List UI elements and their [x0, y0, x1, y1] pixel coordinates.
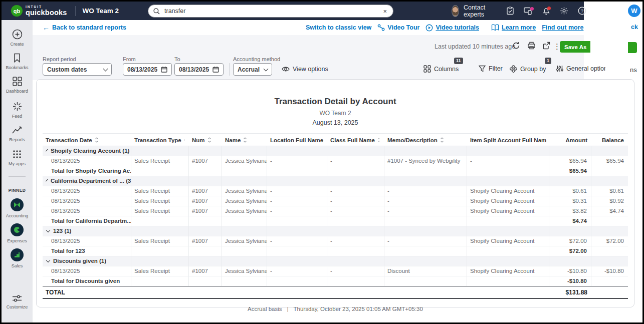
sidebar-item-expenses[interactable]: Expenses [2, 223, 33, 243]
contact-experts-link[interactable]: Contact experts [464, 4, 490, 18]
table-row-group[interactable]: Shopify Clearing Account (1) [43, 146, 628, 156]
back-link-label: Back to standard reports [52, 24, 126, 31]
video-tour-link[interactable]: Video Tour [377, 24, 419, 31]
table-row-group[interactable]: California Department of ... (3) [43, 176, 628, 186]
accounting-method-select[interactable]: Accrual [233, 63, 272, 76]
table-cell [222, 286, 267, 299]
find-out-more-link[interactable]: Find out more [542, 24, 583, 31]
sidebar-item-accounting[interactable]: Accounting [2, 198, 33, 218]
to-date-input[interactable]: 08/13/2025 [174, 63, 224, 76]
save-as-button[interactable]: Save As [560, 41, 590, 53]
group-by-button[interactable]: Group by [510, 65, 546, 73]
table-cell [327, 286, 384, 299]
learn-more-link[interactable]: Learn more [491, 24, 536, 31]
column-header[interactable]: Location Full Name [267, 133, 327, 146]
group-label[interactable]: Discounts given (1) [46, 258, 127, 264]
table-cell [131, 276, 189, 286]
table-cell [549, 146, 591, 156]
general-options-button[interactable]: General options [556, 65, 605, 72]
expert-avatar[interactable] [452, 5, 459, 17]
table-row-grand: TOTAL$131.88 [43, 286, 628, 299]
column-header[interactable]: Num [189, 133, 222, 146]
group-label[interactable]: California Department of ... (3) [46, 178, 127, 184]
column-header[interactable]: Class Full Name [327, 133, 384, 146]
table-cell [467, 226, 549, 236]
table-cell [131, 286, 189, 299]
table-row-total: Total for California Departm...$4.74 [43, 216, 628, 226]
sidebar-item-reports[interactable]: Reports [2, 125, 33, 142]
table-row-detail[interactable]: 08/13/2025Sales Receipt#1007Jessica Sylv… [43, 186, 628, 196]
save-button-fragment[interactable] [628, 42, 637, 53]
quickbooks-logo-icon[interactable]: qb [11, 5, 23, 17]
column-header[interactable]: Memo/Description [384, 133, 467, 146]
table-cell: - [267, 206, 327, 216]
group-label[interactable]: 123 (1) [46, 228, 127, 234]
link-label: Find out more [542, 24, 583, 31]
table-cell: - [327, 266, 384, 276]
help-icon[interactable]: ? [578, 7, 586, 15]
table-cell: Discounts given (1) [43, 256, 131, 266]
settings-gear-icon[interactable] [560, 7, 568, 15]
table-cell [467, 216, 549, 226]
table-cell: - [384, 206, 467, 216]
column-header[interactable]: Name [222, 133, 267, 146]
group-label[interactable]: Shopify Clearing Account (1) [46, 148, 127, 154]
global-search[interactable]: × [148, 5, 393, 18]
topbar-right-cluster: Contact experts ? [452, 2, 586, 20]
report-period-select[interactable]: Custom dates [43, 63, 112, 76]
search-input[interactable] [163, 7, 382, 15]
notifications-bell-icon[interactable] [542, 7, 550, 15]
transactions-table: Transaction DateTransaction TypeNumNameL… [43, 133, 628, 299]
table-cell [222, 276, 267, 286]
table-cell [267, 286, 327, 299]
from-date-input[interactable]: 08/13/2025 [123, 63, 172, 76]
refresh-icon[interactable] [512, 42, 520, 50]
table-row-detail[interactable]: 08/13/2025Sales Receipt#1007Jessica Sylv… [43, 206, 628, 216]
workspace-avatar[interactable]: W [628, 5, 640, 17]
column-header-label: Class Full Name [330, 137, 375, 143]
table-cell: - [327, 186, 384, 196]
table-cell [267, 176, 327, 186]
column-header-label: Item Split Account Full Nam [470, 137, 546, 143]
table-row-detail[interactable]: 08/13/2025Sales Receipt#1007Jessica Sylv… [43, 266, 628, 276]
chevron-down-icon [46, 149, 48, 152]
table-row-detail[interactable]: 08/13/2025Sales Receipt#1007Jessica Sylv… [43, 196, 628, 206]
table-cell [549, 226, 591, 236]
sidebar-item-create[interactable]: Create [2, 29, 33, 47]
sidebar-item-bookmarks[interactable]: Bookmarks [2, 53, 33, 70]
back-to-standard-reports-link[interactable]: ← Back to standard reports [43, 24, 126, 32]
group-by-count-badge: 1 [545, 58, 551, 64]
apps-devices-icon[interactable] [524, 7, 533, 15]
column-header[interactable]: Transaction Type [131, 133, 189, 146]
clear-search-icon[interactable]: × [382, 8, 388, 15]
columns-button[interactable]: Columns [423, 65, 459, 73]
group-label-text: 123 (1) [53, 228, 71, 234]
accrual-basis-label: Accrual basis [248, 306, 282, 312]
sidebar-item-feed[interactable]: Feed [2, 101, 33, 119]
sidebar-item-customize[interactable]: Customize [2, 294, 33, 309]
tasks-clipboard-icon[interactable] [506, 7, 514, 15]
sort-icon [440, 137, 444, 143]
table-row-group[interactable]: 123 (1) [43, 226, 628, 236]
switch-to-classic-view-link[interactable]: Switch to classic view [306, 24, 371, 31]
print-icon[interactable] [527, 42, 536, 50]
column-header[interactable]: Transaction Date [43, 133, 131, 146]
video-tutorials-link[interactable]: Video tutorials [425, 24, 479, 32]
table-cell: - [267, 156, 327, 166]
general-options-fragment[interactable]: ns [630, 66, 637, 74]
feedback-link-fragment[interactable]: ck [631, 24, 638, 31]
report-company: WO Team 2 [37, 110, 634, 117]
sidebar-item-sales[interactable]: Sales [2, 248, 33, 268]
export-icon[interactable] [542, 42, 551, 50]
bookmark-icon [13, 53, 22, 63]
sidebar-item-my-apps[interactable]: My apps [2, 149, 33, 166]
table-row-detail[interactable]: 08/13/2025Sales Receipt#1007Jessica Sylv… [43, 236, 628, 246]
table-header-row: Transaction DateTransaction TypeNumNameL… [43, 133, 628, 146]
table-cell [591, 216, 628, 226]
table-row-group[interactable]: Discounts given (1) [43, 256, 628, 266]
view-options-button[interactable]: View options [282, 66, 328, 73]
filter-button[interactable]: Filter [479, 65, 503, 72]
sidebar-item-dashboard[interactable]: Dashboard [2, 76, 33, 94]
table-row-detail[interactable]: 08/13/2025Sales Receipt#1007Jessica Sylv… [43, 156, 628, 166]
top-navigation-bar: qb INTUIT quickbooks WO Team 2 × Contact… [2, 2, 584, 20]
